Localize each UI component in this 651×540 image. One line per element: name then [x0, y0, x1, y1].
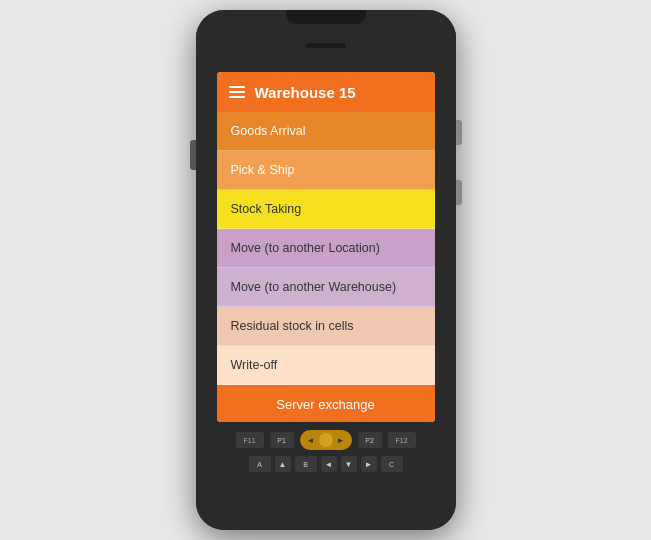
device-keypad: F11 P1 ◄ ► P2 F12 A ▲ B: [196, 422, 456, 530]
side-button-right-bottom[interactable]: [456, 180, 462, 205]
menu-item-pick-ship[interactable]: Pick & Ship: [217, 151, 435, 190]
handheld-device: Warehouse 15 Goods Arrival Pick & Ship S…: [196, 10, 456, 530]
side-button-left[interactable]: [190, 140, 196, 170]
server-exchange-button[interactable]: Server exchange: [217, 385, 435, 422]
menu-list: Goods Arrival Pick & Ship Stock Taking M…: [217, 112, 435, 422]
f12-key[interactable]: F12: [388, 432, 416, 448]
key-a[interactable]: A: [249, 456, 271, 472]
p2-key[interactable]: P2: [358, 432, 382, 448]
hamburger-menu-icon[interactable]: [229, 86, 245, 98]
key-c[interactable]: C: [381, 456, 403, 472]
side-button-right-top[interactable]: [456, 120, 462, 145]
screen-title: Warehouse 15: [255, 84, 356, 101]
menu-item-move-warehouse[interactable]: Move (to another Warehouse): [217, 268, 435, 307]
key-up[interactable]: ▲: [275, 456, 291, 472]
menu-item-residual-stock[interactable]: Residual stock in cells: [217, 307, 435, 346]
nav-center[interactable]: [319, 433, 333, 447]
menu-item-write-off[interactable]: Write-off: [217, 346, 435, 385]
device-speaker: [306, 43, 346, 48]
key-left[interactable]: ◄: [321, 456, 337, 472]
key-b[interactable]: B: [295, 456, 317, 472]
screen-wrapper: Warehouse 15 Goods Arrival Pick & Ship S…: [196, 62, 456, 422]
screen-header: Warehouse 15: [217, 72, 435, 112]
abc-key-row: A ▲ B ◄ ▼ ► C: [249, 456, 403, 472]
menu-item-goods-arrival[interactable]: Goods Arrival: [217, 112, 435, 151]
fn-key-row: F11 P1 ◄ ► P2 F12: [236, 430, 416, 450]
key-right[interactable]: ►: [361, 456, 377, 472]
p1-key[interactable]: P1: [270, 432, 294, 448]
menu-item-move-location[interactable]: Move (to another Location): [217, 229, 435, 268]
screen: Warehouse 15 Goods Arrival Pick & Ship S…: [217, 72, 435, 422]
key-down[interactable]: ▼: [341, 456, 357, 472]
menu-item-stock-taking[interactable]: Stock Taking: [217, 190, 435, 229]
device-top: [196, 10, 456, 62]
device-top-bump: [286, 10, 366, 24]
f11-key[interactable]: F11: [236, 432, 264, 448]
nav-key[interactable]: ◄ ►: [300, 430, 352, 450]
